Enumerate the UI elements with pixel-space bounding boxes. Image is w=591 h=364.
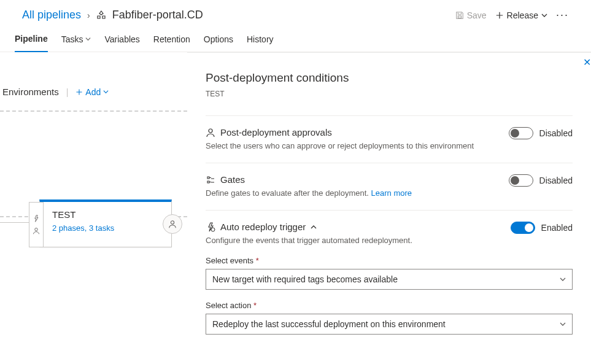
divider: | bbox=[66, 87, 69, 97]
action-label: Select action * bbox=[206, 301, 573, 310]
svg-point-3 bbox=[211, 228, 215, 231]
person-icon bbox=[33, 227, 40, 234]
tabs: Pipeline Tasks Variables Retention Optio… bbox=[0, 28, 591, 52]
chevron-right-icon: › bbox=[87, 10, 90, 20]
action-select[interactable]: Redeploy the last successful deployment … bbox=[206, 314, 573, 335]
stage-name: TEST bbox=[52, 209, 164, 220]
chevron-down-icon bbox=[541, 12, 547, 18]
approvals-desc: Select the users who can approve or reje… bbox=[206, 141, 474, 150]
approvals-title: Post-deployment approvals bbox=[220, 127, 332, 137]
breadcrumb: All pipelines › Fabfiber-portal.CD bbox=[22, 9, 203, 21]
plus-icon bbox=[75, 88, 83, 96]
svg-point-1 bbox=[171, 221, 174, 224]
stage-card-test[interactable]: TEST 2 phases, 3 tasks bbox=[39, 199, 172, 247]
gates-toggle[interactable] bbox=[509, 174, 533, 187]
dashed-divider bbox=[0, 110, 187, 112]
svg-point-0 bbox=[35, 228, 38, 231]
pre-deployment-handle[interactable] bbox=[29, 202, 44, 247]
events-select[interactable]: New target with required tags becomes av… bbox=[206, 269, 573, 290]
trigger-icon bbox=[33, 215, 40, 222]
tab-variables[interactable]: Variables bbox=[104, 28, 139, 52]
action-value: Redeploy the last successful deployment … bbox=[212, 319, 446, 329]
breadcrumb-all-pipelines[interactable]: All pipelines bbox=[22, 9, 81, 21]
gates-state: Disabled bbox=[539, 176, 573, 185]
chevron-down-icon bbox=[560, 321, 566, 327]
gates-title: Gates bbox=[220, 174, 245, 185]
section-auto-redeploy: Auto redeploy trigger Configure the even… bbox=[206, 210, 573, 347]
chevron-up-icon[interactable] bbox=[311, 224, 317, 230]
post-deployment-handle[interactable] bbox=[163, 214, 182, 234]
environments-label: Environments bbox=[2, 87, 59, 97]
more-actions-button[interactable]: ··· bbox=[556, 9, 569, 21]
tab-options[interactable]: Options bbox=[204, 28, 233, 52]
chevron-down-icon bbox=[85, 36, 91, 42]
chevron-down-icon bbox=[103, 89, 109, 95]
gates-learn-more-link[interactable]: Learn more bbox=[371, 188, 412, 198]
approvals-state: Disabled bbox=[539, 128, 573, 138]
environments-column: Environments | Add TEST 2 phases, 3 task… bbox=[0, 52, 187, 359]
close-panel-button[interactable]: ✕ bbox=[583, 56, 591, 68]
section-gates: Gates Define gates to evaluate after the… bbox=[206, 163, 573, 210]
panel-title: Post-deployment conditions bbox=[206, 71, 573, 85]
toolbar: Save Release ··· bbox=[455, 9, 569, 21]
chevron-down-icon bbox=[560, 276, 566, 282]
post-deployment-panel: ✕ Post-deployment conditions TEST Post-d… bbox=[187, 52, 591, 359]
gates-desc: Define gates to evaluate after the deplo… bbox=[206, 188, 412, 198]
redeploy-title: Auto redeploy trigger bbox=[220, 222, 306, 232]
pipeline-icon bbox=[96, 10, 106, 20]
tab-retention[interactable]: Retention bbox=[153, 28, 190, 52]
redeploy-toggle[interactable] bbox=[511, 222, 535, 234]
tab-tasks[interactable]: Tasks bbox=[61, 28, 91, 52]
events-value: New target with required tags becomes av… bbox=[212, 274, 398, 284]
gates-icon bbox=[206, 175, 215, 185]
release-label: Release bbox=[507, 10, 538, 20]
panel-subtitle: TEST bbox=[206, 90, 573, 98]
save-button[interactable]: Save bbox=[455, 10, 487, 20]
svg-point-2 bbox=[209, 129, 212, 133]
release-button[interactable]: Release bbox=[495, 10, 547, 20]
tab-pipeline[interactable]: Pipeline bbox=[15, 28, 48, 52]
save-icon bbox=[455, 11, 464, 20]
events-label: Select events * bbox=[206, 256, 573, 265]
tab-tasks-label: Tasks bbox=[61, 34, 83, 44]
stage-connector bbox=[0, 222, 31, 223]
trigger-icon bbox=[206, 222, 215, 232]
add-environment-button[interactable]: Add bbox=[75, 87, 109, 97]
pipeline-name: Fabfiber-portal.CD bbox=[112, 9, 203, 21]
tab-history[interactable]: History bbox=[247, 28, 274, 52]
close-icon: ✕ bbox=[583, 56, 591, 68]
section-approvals: Post-deployment approvals Select the use… bbox=[206, 115, 573, 163]
person-icon bbox=[206, 128, 215, 137]
redeploy-desc: Configure the events that trigger automa… bbox=[206, 236, 412, 245]
plus-icon bbox=[495, 11, 504, 20]
redeploy-state: Enabled bbox=[541, 223, 573, 233]
save-label: Save bbox=[467, 10, 487, 20]
stage-tasks-link[interactable]: 2 phases, 3 tasks bbox=[52, 223, 164, 233]
approvals-toggle[interactable] bbox=[509, 127, 533, 139]
add-label: Add bbox=[85, 87, 101, 97]
person-icon bbox=[168, 220, 177, 228]
